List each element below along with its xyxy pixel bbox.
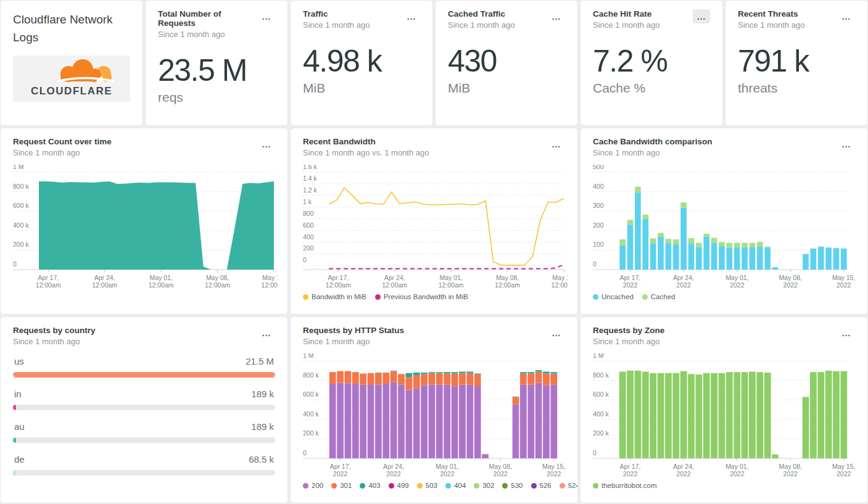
axis-tick-label: 2022 [730,470,745,477]
country-bar-fill [13,470,15,476]
stat-unit: MiB [448,81,565,96]
panel-subtitle: Since 1 month ago [593,337,664,346]
legend-item[interactable]: Uncached [593,293,634,300]
country-bar-list: us21.5 Min189 kau189 kde68.5 k [13,356,275,476]
legend-item[interactable]: 503 [417,482,437,489]
legend-label: Cached [651,293,676,300]
axis-tick-label: Apr 24, [673,274,694,281]
stat-unit: reqs [158,90,275,105]
bar-segment [680,371,687,458]
panel-menu-button[interactable]: … [693,9,710,23]
panel-menu-button[interactable]: … [258,9,275,23]
legend-item[interactable]: 200 [303,482,323,489]
legend-label: 404 [454,482,466,489]
axis-tick-label: 0 [593,449,597,456]
legend-item[interactable]: Bandwidth in MiB [303,293,366,300]
stat-subtitle: Since 1 month ago [593,20,659,30]
stat-value: 7.2 % [593,44,710,78]
axis-tick-label: 100 [593,241,604,248]
panel-menu-button[interactable]: … [258,326,275,340]
bar-segment [444,385,450,458]
axis-tick-label: 600 [303,221,314,229]
country-code: au [14,421,25,432]
panel-menu-button[interactable]: … [548,137,565,151]
axis-tick-label: 400 [593,183,604,190]
stat-title: Cache Hit Rate [593,9,659,19]
http-status-legend: 200301403499503404302530526524 [303,482,565,489]
bar-segment [520,385,527,458]
bar-segment [711,242,717,270]
bar-segment [703,373,710,458]
bar-segment [474,374,481,386]
axis-tick-label: May 15, [552,274,568,281]
axis-tick-label: 600 k [13,202,29,209]
http-status-bar-chart[interactable]: 1 M800 k600 k400 k200 k0Apr 17,2022Apr 2… [303,353,568,479]
panel-menu-button[interactable]: … [548,9,565,23]
legend-item[interactable]: Previous Bandwidth in MiB [375,293,468,300]
bandwidth-line-chart[interactable]: 1.6 k1.4 k1.2 k1 k8006004002000Apr 17,12… [303,165,568,291]
axis-tick-label: May 01, [149,274,172,281]
bar-segment [680,208,687,270]
legend-dot [531,483,537,489]
bar-segment [818,247,824,270]
panel-menu-button[interactable]: … [838,9,855,23]
stat-subtitle: Since 1 month ago [303,20,370,30]
bar-segment [635,192,641,270]
bar-segment [696,243,702,247]
axis-tick-label: 2022 [783,470,798,477]
bar-segment [734,243,740,247]
bar-segment [429,372,436,373]
legend-item[interactable]: 403 [360,482,380,489]
legend-item[interactable]: 526 [531,482,552,489]
bar-segment [719,373,725,458]
axis-tick-label: 1.4 k [303,175,318,182]
axis-tick-label: 400 k [303,410,319,418]
bar-segment [642,219,648,270]
bar-segment [550,385,557,458]
panel-menu-button[interactable]: … [258,137,275,151]
country-bar-fill [13,405,16,410]
panel-menu-button[interactable]: … [838,137,855,151]
bar-segment [665,373,672,458]
bar-segment [436,373,443,385]
legend-label: Bandwidth in MiB [312,293,366,300]
country-value: 21.5 M [246,356,274,366]
axis-tick-label: 0 [593,260,597,268]
axis-tick-label: 2022 [676,281,691,289]
bar-segment [405,373,412,377]
legend-item[interactable]: 302 [474,482,494,489]
bar-segment [391,371,397,382]
legend-item[interactable]: 499 [389,482,409,489]
panel-menu-button[interactable]: … [548,326,565,340]
panel-menu-button[interactable]: … [403,9,420,23]
bar-segment [627,220,634,225]
legend-item[interactable]: 404 [445,482,466,489]
bar-segment [459,371,466,373]
axis-tick-label: May 15, [832,274,855,281]
bar-segment [825,371,832,458]
bar-segment [658,373,664,458]
country-value: 68.5 k [249,454,274,465]
axis-tick-label: May 15, [542,463,565,470]
bar-segment [803,254,809,270]
legend-dot [560,483,565,489]
legend-item[interactable]: Cached [642,293,676,300]
legend-dot [303,483,308,489]
panel-menu-button[interactable]: … [838,326,855,340]
legend-item[interactable]: 530 [502,482,523,489]
bar-segment [405,390,412,458]
bar-segment [734,372,740,458]
bar-segment [474,374,481,375]
cache-bandwidth-bar-chart[interactable]: 5004003002001000Apr 17,2022Apr 24,2022Ma… [593,165,858,291]
legend-item[interactable]: 524 [560,482,578,489]
axis-tick-label: 1 M [593,353,604,359]
zone-bar-chart[interactable]: 1 M800 k600 k400 k200 k0Apr 17,2022Apr 2… [593,353,858,479]
request-count-area-chart[interactable]: 1 M800 k600 k400 k200 k0Apr 17,12:00amAp… [13,165,278,291]
axis-tick-label: 0 [303,449,307,456]
legend-item[interactable]: theburritobot.com [593,482,657,489]
legend-dot [360,483,365,489]
bar-segment [757,247,763,270]
bar-segment [726,243,732,248]
stat-card-total-requests: Total Number of Requests Since 1 month a… [145,0,288,126]
legend-item[interactable]: 301 [331,482,352,489]
